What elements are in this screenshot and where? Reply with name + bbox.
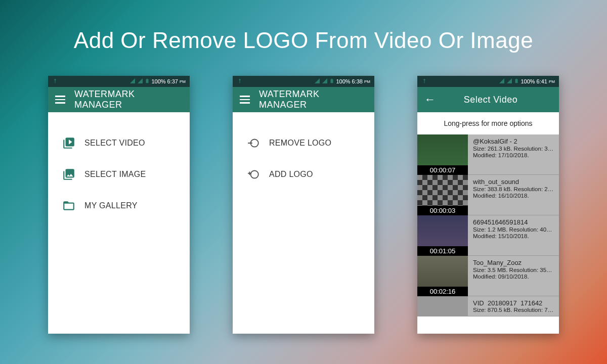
video-item[interactable]: 00:02:16 Too_Many_Zooz Size: 3.5 MB. Res… xyxy=(417,256,559,296)
menu-icon[interactable] xyxy=(240,96,250,104)
video-modified: Modified: 09/10/2018. xyxy=(473,274,554,280)
folder-icon xyxy=(62,199,75,212)
app-bar-title: WATERMARK MANAGER xyxy=(259,89,367,110)
promo-title: Add Or Remove LOGO From Video Or Image xyxy=(0,0,607,53)
hint-text: Long-press for more options xyxy=(417,112,559,134)
video-icon xyxy=(62,136,75,150)
video-meta: Size: 383.8 kB. Resolution: 240x426. xyxy=(473,186,554,192)
video-item[interactable]: 00:00:03 with_out_sound Size: 383.8 kB. … xyxy=(417,175,559,215)
menu-label: SELECT VIDEO xyxy=(84,139,145,148)
battery-icon xyxy=(145,78,150,85)
video-name: VID_20180917_171642 xyxy=(473,299,554,306)
phone-row: 100% 6:37 PM WATERMARK MANAGER SELECT VI… xyxy=(0,76,607,334)
svg-rect-10 xyxy=(424,80,425,83)
select-image-button[interactable]: SELECT IMAGE xyxy=(58,159,180,190)
remove-logo-icon xyxy=(247,136,260,150)
video-thumbnail: 00:02:16 xyxy=(417,256,468,296)
video-thumbnail xyxy=(417,296,468,316)
add-logo-button[interactable]: ADD LOGO xyxy=(243,159,364,190)
status-ampm: PM xyxy=(549,79,555,84)
phone-screen-2: 100% 6:38 PM WATERMARK MANAGER REMOVE LO… xyxy=(233,76,374,334)
status-time: 6:37 xyxy=(167,78,178,84)
signal-icon xyxy=(314,78,320,85)
video-list: 00:00:07 @KoksalGif - 2 Size: 261.3 kB. … xyxy=(417,134,559,316)
menu-label: SELECT IMAGE xyxy=(84,170,146,179)
video-item[interactable]: 00:01:05 669451646591814 Size: 1.2 MB. R… xyxy=(417,215,559,256)
signal-icon xyxy=(322,78,328,85)
video-item[interactable]: 00:00:07 @KoksalGif - 2 Size: 261.3 kB. … xyxy=(417,134,559,175)
video-item[interactable]: VID_20180917_171642 Size: 870.5 kB. Reso… xyxy=(417,296,559,316)
signal-icon xyxy=(506,78,512,85)
status-ampm: PM xyxy=(180,79,186,84)
image-icon xyxy=(62,168,75,181)
battery-icon xyxy=(514,78,519,85)
status-usb-icon xyxy=(52,78,58,84)
status-time: 6:38 xyxy=(352,78,363,84)
add-logo-icon xyxy=(247,168,260,181)
app-bar-title: Select Video xyxy=(429,95,552,105)
video-modified: Modified: 15/10/2018. xyxy=(473,233,554,239)
video-thumbnail: 00:00:07 xyxy=(417,134,468,175)
video-duration: 00:02:16 xyxy=(417,287,468,296)
menu-icon[interactable] xyxy=(55,96,65,104)
video-modified: Modified: 17/10/2018. xyxy=(473,152,554,158)
menu-label: ADD LOGO xyxy=(269,170,313,179)
video-name: 669451646591814 xyxy=(473,218,554,226)
signal-icon xyxy=(137,78,143,85)
select-video-button[interactable]: SELECT VIDEO xyxy=(58,127,180,159)
video-thumbnail: 00:00:03 xyxy=(417,175,468,215)
video-meta: Size: 1.2 MB. Resolution: 400x400. xyxy=(473,226,554,233)
app-bar-title: WATERMARK MANAGER xyxy=(74,89,183,110)
svg-point-6 xyxy=(251,170,258,178)
battery-percent: 100% xyxy=(336,78,350,84)
menu-label: MY GALLERY xyxy=(84,201,138,210)
video-name: Too_Many_Zooz xyxy=(473,259,554,266)
signal-icon xyxy=(499,78,505,85)
video-name: with_out_sound xyxy=(473,178,554,186)
video-modified: Modified: 16/10/2018. xyxy=(473,193,554,199)
video-duration: 00:00:03 xyxy=(417,206,468,215)
video-duration: 00:00:07 xyxy=(417,165,468,175)
status-bar: 100% 6:37 PM xyxy=(48,76,190,87)
status-bar: 100% 6:41 PM xyxy=(417,76,559,87)
status-usb-icon xyxy=(421,78,427,84)
status-time: 6:41 xyxy=(537,78,547,84)
svg-rect-3 xyxy=(240,80,240,83)
battery-icon xyxy=(329,78,334,85)
phone-screen-1: 100% 6:37 PM WATERMARK MANAGER SELECT VI… xyxy=(48,76,190,334)
remove-logo-button[interactable]: REMOVE LOGO xyxy=(243,127,364,159)
status-usb-icon xyxy=(237,78,243,84)
battery-percent: 100% xyxy=(151,78,165,84)
video-meta: Size: 870.5 kB. Resolution: 720x480. xyxy=(473,307,554,313)
video-duration: 00:01:05 xyxy=(417,246,468,256)
app-bar: WATERMARK MANAGER xyxy=(48,87,190,112)
status-ampm: PM xyxy=(364,79,370,84)
app-bar: WATERMARK MANAGER xyxy=(233,87,374,112)
signal-icon xyxy=(129,78,136,85)
phone-screen-3: 100% 6:41 PM ← Select Video Long-press f… xyxy=(417,76,559,334)
svg-rect-1 xyxy=(55,80,56,83)
video-name: @KoksalGif - 2 xyxy=(473,138,554,145)
battery-percent: 100% xyxy=(521,78,535,84)
video-meta: Size: 261.3 kB. Resolution: 320x206. xyxy=(473,146,554,152)
video-meta: Size: 3.5 MB. Resolution: 352x264. xyxy=(473,267,554,273)
menu-label: REMOVE LOGO xyxy=(269,139,331,148)
status-bar: 100% 6:38 PM xyxy=(233,76,374,87)
video-thumbnail: 00:01:05 xyxy=(417,215,468,256)
my-gallery-button[interactable]: MY GALLERY xyxy=(58,190,180,221)
app-bar: ← Select Video xyxy=(417,87,559,112)
